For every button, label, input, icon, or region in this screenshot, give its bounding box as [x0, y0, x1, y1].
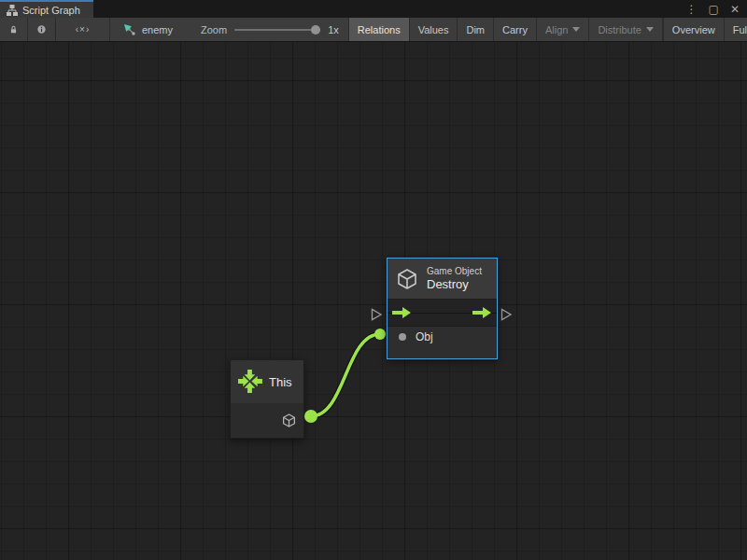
obj-input-label: Obj	[416, 330, 433, 343]
window-menu-icon[interactable]: ⋮	[686, 4, 698, 15]
node-title: Destroy	[427, 278, 482, 290]
info-icon	[37, 23, 46, 35]
zoom-slider-track	[234, 29, 320, 31]
dim-toggle-label: Dim	[466, 24, 485, 35]
window-controls: ⋮ ▢ ✕	[679, 0, 747, 18]
tab-label: Script Graph	[22, 5, 80, 16]
window-close-icon[interactable]: ✕	[730, 4, 740, 15]
connection-wire[interactable]	[311, 334, 380, 416]
connection-wire-layer	[0, 42, 747, 560]
control-input-port[interactable]	[371, 308, 383, 321]
dim-toggle[interactable]: Dim	[458, 18, 494, 41]
chevron-down-icon	[646, 27, 654, 32]
game-object-cube-icon	[281, 413, 297, 428]
control-output-port[interactable]	[500, 308, 513, 321]
lock-button[interactable]	[0, 18, 28, 41]
tab-bar-spacer	[93, 0, 679, 18]
script-graph-icon	[7, 5, 18, 16]
tab-bar: Script Graph ⋮ ▢ ✕	[0, 0, 747, 18]
node-this[interactable]: This	[230, 359, 304, 439]
relations-toggle-label: Relations	[358, 24, 401, 35]
values-toggle-label: Values	[418, 24, 449, 35]
graph-reference-breadcrumb[interactable]: enemy	[110, 18, 186, 41]
full-screen-button-label: Full Screen	[733, 24, 747, 35]
this-self-icon	[238, 370, 262, 394]
code-preview-button[interactable]: ‹×›	[56, 18, 110, 41]
zoom-value: 1x	[328, 24, 339, 35]
this-output-port[interactable]	[304, 410, 317, 423]
graph-toolbar: ‹×› enemy Zoom 1x Relations Values	[0, 18, 747, 42]
obj-input-port[interactable]	[399, 333, 406, 341]
window-maximize-icon[interactable]: ▢	[709, 4, 719, 15]
graph-reference-label: enemy	[142, 24, 173, 35]
relations-toggle[interactable]: Relations	[349, 18, 410, 41]
control-enter-arrow-icon[interactable]	[392, 307, 412, 318]
info-button[interactable]	[28, 18, 56, 41]
overview-button[interactable]: Overview	[664, 18, 725, 41]
lock-icon	[9, 23, 18, 35]
values-toggle[interactable]: Values	[410, 18, 458, 41]
node-destroy-header[interactable]: Game Object Destroy	[388, 259, 497, 299]
distribute-dropdown-label: Distribute	[598, 24, 641, 35]
zoom-slider[interactable]	[234, 24, 320, 35]
control-exit-arrow-icon[interactable]	[472, 307, 492, 318]
graph-canvas[interactable]: Game Object Destroy Obj	[0, 42, 747, 560]
value-input-row: Obj	[388, 327, 497, 358]
align-dropdown-label: Align	[545, 24, 568, 35]
node-this-header[interactable]: This	[231, 360, 303, 403]
node-destroy[interactable]: Game Object Destroy Obj	[387, 258, 498, 359]
distribute-dropdown[interactable]: Distribute	[589, 18, 662, 41]
graph-reference-icon	[123, 23, 136, 35]
script-graph-window: Script Graph ⋮ ▢ ✕ ‹×›	[0, 0, 747, 560]
node-this-body	[231, 403, 303, 438]
zoom-slider-handle[interactable]	[311, 25, 320, 35]
control-flow-row	[388, 299, 497, 327]
zoom-control: Zoom 1x	[186, 18, 349, 41]
game-object-cube-icon	[395, 267, 419, 291]
node-destroy-titles: Game Object Destroy	[427, 267, 482, 290]
zoom-label: Zoom	[201, 24, 227, 35]
full-screen-button[interactable]: Full Screen	[725, 18, 747, 41]
carry-toggle-label: Carry	[502, 24, 528, 35]
code-icon: ‹×›	[76, 24, 91, 35]
overview-button-label: Overview	[672, 24, 715, 35]
tab-script-graph[interactable]: Script Graph	[0, 0, 93, 18]
node-title: This	[269, 376, 292, 388]
connection-end-dot[interactable]	[374, 329, 386, 340]
align-dropdown[interactable]: Align	[537, 18, 589, 41]
carry-toggle[interactable]: Carry	[494, 18, 537, 41]
node-subtitle: Game Object	[427, 267, 482, 276]
chevron-down-icon	[572, 27, 580, 32]
